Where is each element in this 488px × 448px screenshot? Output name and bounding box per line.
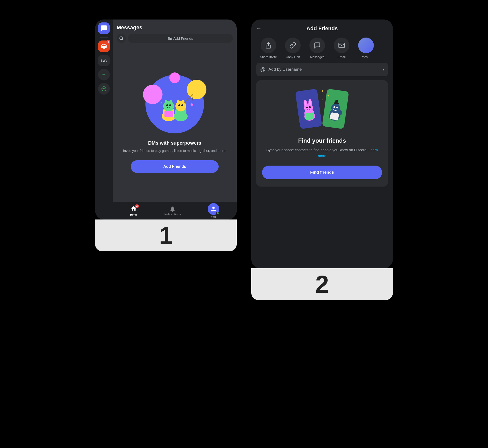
s2-header: ← Add Friends xyxy=(251,20,393,36)
messages-share-icon-circle xyxy=(309,38,325,53)
sidebar-server-wars[interactable]: 4 xyxy=(98,40,110,52)
screen1-label: 1 xyxy=(159,221,173,249)
svg-rect-17 xyxy=(164,111,173,117)
add-friends-topbar-button[interactable]: Add Friends xyxy=(128,34,233,43)
add-friends-main-label: Add Friends xyxy=(163,164,186,169)
deco-circle-top xyxy=(169,72,180,83)
find-friends-card: ✦ ✦ ✦ Find your friends Sync your phone … xyxy=(256,80,388,187)
screen2: ← Add Friends Share Invite xyxy=(251,20,393,268)
bottom-nav: 4 Home Notifications xyxy=(113,202,237,219)
email-share-icon-circle xyxy=(334,38,349,53)
svg-point-14 xyxy=(170,100,172,102)
screen2-label-box: 2 xyxy=(251,268,393,300)
svg-point-23 xyxy=(178,104,180,106)
email-share-item[interactable]: Email xyxy=(329,38,354,59)
nav-notifications[interactable]: Notifications xyxy=(164,206,181,216)
copy-link-label: Copy Link xyxy=(286,55,300,59)
find-friends-button[interactable]: Find friends xyxy=(262,166,382,179)
sidebar-home-icon[interactable] xyxy=(98,22,110,34)
phone-left xyxy=(295,89,322,129)
online-status-dot xyxy=(216,212,219,215)
svg-line-7 xyxy=(122,39,123,40)
find-subtitle: Sync your phone contacts to find people … xyxy=(262,147,382,159)
messages-share-item[interactable]: Messages xyxy=(305,38,329,59)
phone-right xyxy=(322,89,349,129)
add-friends-main-button[interactable]: Add Friends xyxy=(131,160,219,173)
screen2-label: 2 xyxy=(315,270,329,298)
learn-more-link[interactable]: Learn more xyxy=(318,148,378,158)
copy-link-icon-circle xyxy=(285,38,301,53)
svg-rect-39 xyxy=(305,112,314,120)
main-content: ♪ DMs with superpowers Invite your frien… xyxy=(113,46,237,202)
messages-share-label: Messages xyxy=(310,55,324,59)
nav-you[interactable]: You xyxy=(208,203,219,218)
nav-home[interactable]: 4 Home xyxy=(130,205,138,216)
sidebar-separator xyxy=(100,37,108,38)
back-button[interactable]: ← xyxy=(256,25,262,32)
svg-rect-44 xyxy=(335,100,338,103)
find-illustration: ✦ ✦ ✦ xyxy=(295,88,349,131)
find-title: Find your friends xyxy=(298,137,346,144)
screen1: 4 SWs + Messages xyxy=(95,20,237,219)
screen1-label-box: 1 xyxy=(95,219,237,251)
dms-subtitle: Invite your friends to play games, liste… xyxy=(123,148,226,153)
plus-icon: + xyxy=(102,71,106,78)
svg-point-6 xyxy=(120,37,122,40)
svg-point-21 xyxy=(177,100,180,102)
svg-text:♪: ♪ xyxy=(160,100,162,105)
svg-point-16 xyxy=(169,104,171,106)
sparkle2: ✦ xyxy=(326,94,330,98)
add-by-username-text: Add by Username xyxy=(268,67,383,72)
svg-line-25 xyxy=(184,94,193,103)
screen2-wrapper: ← Add Friends Share Invite xyxy=(251,20,393,300)
sparkle1: ✦ xyxy=(321,89,324,93)
sidebar-add-server[interactable]: + xyxy=(98,69,110,80)
more-share-label: Mes... xyxy=(362,55,370,59)
nav-home-label: Home xyxy=(130,213,138,216)
user-avatar xyxy=(358,38,374,53)
share-row: Share Invite Copy Link Messages xyxy=(251,36,393,63)
sidebar-sws[interactable]: SWs xyxy=(98,55,110,66)
chevron-right-icon: › xyxy=(383,67,384,72)
main-header: Messages xyxy=(113,20,237,34)
find-friends-btn-label: Find friends xyxy=(310,170,334,175)
svg-point-13 xyxy=(165,100,167,102)
bell-nav-icon xyxy=(169,206,176,212)
email-share-label: Email xyxy=(338,55,346,59)
share-invite-icon-circle xyxy=(261,38,276,53)
messages-title: Messages xyxy=(117,24,142,31)
svg-point-1 xyxy=(103,88,105,90)
svg-point-24 xyxy=(181,104,183,106)
you-avatar xyxy=(208,203,219,215)
svg-point-12 xyxy=(163,101,174,111)
hero-illustration: ♪ xyxy=(145,75,204,133)
search-add-row: Add Friends xyxy=(113,34,237,46)
sparkle3: ✦ xyxy=(321,99,323,101)
nav-notifications-label: Notifications xyxy=(164,213,181,216)
svg-point-27 xyxy=(191,103,193,106)
more-share-icon-circle xyxy=(358,38,374,53)
search-button[interactable] xyxy=(117,34,126,43)
home-nav-badge: 4 xyxy=(135,204,139,208)
sidebar-discover[interactable] xyxy=(98,83,110,95)
svg-point-22 xyxy=(182,100,184,102)
share-invite-label: Share Invite xyxy=(260,55,277,59)
svg-point-15 xyxy=(166,104,168,106)
svg-point-20 xyxy=(175,101,186,111)
add-friends-title: Add Friends xyxy=(306,25,338,32)
dms-title: DMs with superpowers xyxy=(148,140,201,146)
nav-you-label: You xyxy=(211,215,216,218)
at-sign-icon: @ xyxy=(260,66,265,73)
server-badge: 4 xyxy=(106,40,110,44)
sws-label: SWs xyxy=(101,59,107,62)
copy-link-item[interactable]: Copy Link xyxy=(281,38,305,59)
add-friends-topbar-label: Add Friends xyxy=(173,36,193,40)
main-panel: Messages Add Friends xyxy=(113,20,237,219)
svg-rect-47 xyxy=(330,112,339,120)
screen1-wrapper: 4 SWs + Messages xyxy=(95,20,237,251)
more-share-item[interactable]: Mes... xyxy=(354,38,378,59)
add-by-username-row[interactable]: @ Add by Username › xyxy=(256,63,388,76)
share-invite-item[interactable]: Share Invite xyxy=(256,38,281,59)
sidebar: 4 SWs + xyxy=(95,20,113,219)
